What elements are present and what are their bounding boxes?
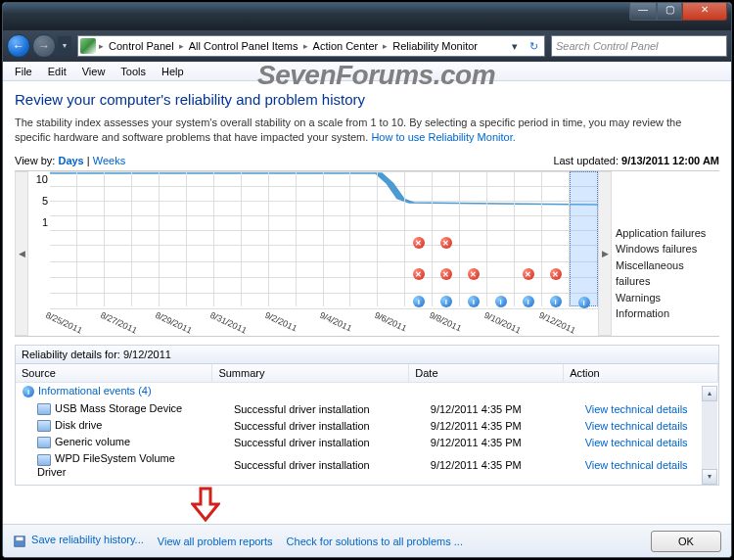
history-dropdown[interactable]: ▾ [58,36,71,56]
chart-day-column[interactable] [324,171,351,306]
x-axis-labels: 8/25/20118/27/20118/29/20118/31/20119/2/… [50,306,598,336]
details-table-wrap: Source Summary Date Action i Information… [15,363,719,486]
chart-day-column[interactable] [214,171,242,306]
chart-day-column[interactable]: ✕i [542,171,570,306]
table-scrollbar[interactable]: ▴ ▾ [702,386,717,485]
svg-rect-1 [17,537,23,540]
chart-day-column[interactable] [269,171,297,306]
nav-bar: ← → ▾ ▸ Control Panel ▸ All Control Pane… [3,30,731,62]
chart-day-column[interactable] [242,171,269,306]
chevron-right-icon[interactable]: ▸ [382,41,389,51]
table-group-row[interactable]: i Informational events (4) [16,382,718,400]
minimize-button[interactable]: — [629,3,657,21]
crumb-reliability-monitor[interactable]: Reliability Monitor [389,36,482,56]
help-link[interactable]: How to use Reliability Monitor. [371,131,515,143]
close-button[interactable]: ✕ [682,3,727,21]
menu-view[interactable]: View [74,64,114,79]
chart-legend: Application failures Windows failures Mi… [612,171,719,336]
chart-scroll-right[interactable]: ▶ [598,171,612,336]
chevron-right-icon[interactable]: ▸ [98,41,105,51]
table-row[interactable]: WPD FileSystem Volume DriverSuccessful d… [16,450,718,479]
address-dropdown-button[interactable]: ▾ [506,36,524,56]
chart-day-column[interactable]: i [487,171,515,306]
save-icon [13,535,26,548]
col-source[interactable]: Source [16,364,212,383]
last-updated: Last updated: 9/13/2011 12:00 AM [553,155,719,166]
viewby-days[interactable]: Days [58,155,83,166]
crumb-control-panel[interactable]: Control Panel [105,36,178,56]
chevron-right-icon[interactable]: ▸ [178,41,185,51]
error-icon: ✕ [523,268,534,280]
table-row[interactable]: Generic volumeSuccessful driver installa… [16,434,718,450]
chart-day-column[interactable] [50,171,77,306]
chart-day-column[interactable] [297,171,324,306]
menu-file[interactable]: File [7,64,40,79]
col-date[interactable]: Date [409,364,564,383]
chart-day-column[interactable] [105,171,132,306]
window: SevenForums.com — ▢ ✕ ← → ▾ ▸ Control Pa… [2,2,732,558]
ytick: 5 [30,195,48,207]
maximize-button[interactable]: ▢ [657,3,682,21]
device-icon [37,403,51,415]
search-input[interactable]: Search Control Panel [551,35,727,57]
view-row: View by: Days | Weeks Last updated: 9/13… [15,155,719,166]
chart-main: 10 5 1 ✕✕i✕✕i✕ii✕i✕ii 8/25/20118/27/2011… [28,171,598,336]
menu-help[interactable]: Help [154,64,192,79]
legend-item: Miscellaneous failures [616,257,715,290]
chart-day-column[interactable] [160,171,187,306]
legend-item: Application failures [616,225,715,242]
col-summary[interactable]: Summary [212,364,409,383]
last-updated-label: Last updated: [553,155,621,166]
viewby-weeks[interactable]: Weeks [93,155,125,166]
page-title: Review your computer's reliability and p… [15,91,719,108]
save-history-link[interactable]: Save reliability history... [13,534,144,547]
view-details-link[interactable]: View technical details [585,437,688,448]
view-details-link[interactable]: View technical details [585,403,688,415]
chart-day-column[interactable] [350,171,378,306]
chart-day-column[interactable] [77,171,105,306]
viewby-group: View by: Days | Weeks [15,155,125,166]
ok-button[interactable]: OK [651,531,721,552]
error-icon: ✕ [468,268,480,280]
chart-day-column[interactable]: ✕i [515,171,542,306]
legend-item: Information [616,305,715,322]
view-details-link[interactable]: View technical details [585,420,688,432]
chart-columns: ✕✕i✕✕i✕ii✕i✕ii [50,171,598,306]
col-action[interactable]: Action [564,364,718,383]
footer-bar: Save reliability history... View all pro… [3,524,731,557]
forward-button[interactable]: → [32,34,56,58]
control-panel-icon [80,38,96,54]
back-button[interactable]: ← [7,34,30,58]
menu-edit[interactable]: Edit [40,64,74,79]
chart-day-column[interactable] [132,171,160,306]
details-table: Source Summary Date Action i Information… [16,364,718,480]
address-bar[interactable]: ▸ Control Panel ▸ All Control Panel Item… [77,35,545,57]
error-icon: ✕ [413,237,425,249]
scroll-up-button[interactable]: ▴ [702,386,717,401]
table-row[interactable]: Disk driveSuccessful driver installation… [16,417,718,434]
scroll-down-button[interactable]: ▾ [702,469,717,485]
refresh-button[interactable]: ↻ [525,36,542,56]
table-row[interactable]: USB Mass Storage DeviceSuccessful driver… [16,400,718,417]
chart-day-column[interactable] [187,171,214,306]
device-icon [37,437,51,448]
desc-text: The stability index assesses your system… [15,117,681,143]
chart-day-column[interactable]: i [570,171,598,306]
chart-day-column[interactable]: ✕✕i [433,171,460,306]
check-solutions-link[interactable]: Check for solutions to all problems ... [287,536,463,547]
y-axis: 10 5 1 [30,171,48,230]
view-all-reports-link[interactable]: View all problem reports [158,536,273,547]
chart-day-column[interactable]: ✕✕i [405,171,433,306]
chart-day-column[interactable]: ✕i [460,171,487,306]
crumb-action-center[interactable]: Action Center [309,36,383,56]
view-details-link[interactable]: View technical details [585,459,688,471]
ytick: 10 [30,173,48,185]
annotation-arrow-icon [191,487,220,522]
device-icon [37,420,51,432]
crumb-all-items[interactable]: All Control Panel Items [185,36,302,56]
chevron-right-icon[interactable]: ▸ [302,41,309,51]
menu-tools[interactable]: Tools [113,64,154,79]
search-placeholder: Search Control Panel [556,40,659,52]
chart-day-column[interactable] [378,171,405,306]
chart-scroll-left[interactable]: ◀ [15,171,28,336]
